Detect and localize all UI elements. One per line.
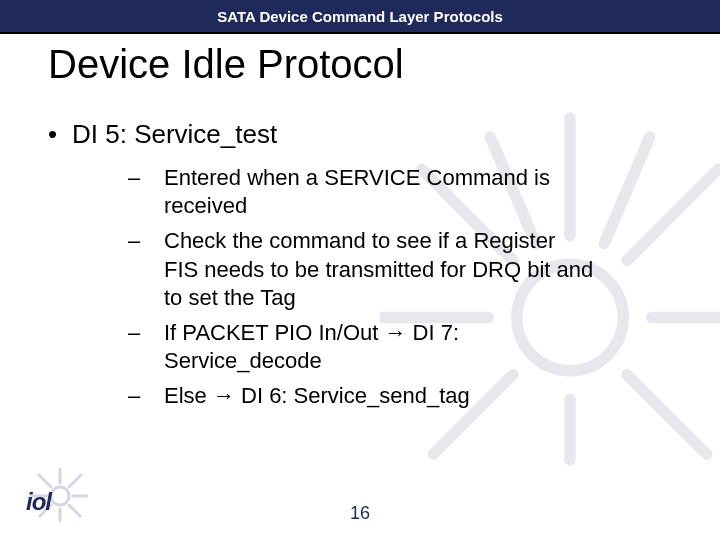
list-item-text: DI 5: Service_test xyxy=(72,120,277,150)
dash-icon: – xyxy=(128,227,164,313)
slide: SATA Device Command Layer Protocols Devi… xyxy=(0,0,720,540)
sublist-item-text: If PACKET PIO In/Out → DI 7: Service_dec… xyxy=(164,319,594,376)
svg-line-16 xyxy=(39,475,51,487)
content-area: • DI 5: Service_test – Entered when a SE… xyxy=(48,120,660,417)
logo: iol xyxy=(24,466,88,522)
sublist-item-text: Check the command to see if a Register F… xyxy=(164,227,594,313)
dash-icon: – xyxy=(128,382,164,411)
dash-icon: – xyxy=(128,164,164,221)
sublist-item: – Entered when a SERVICE Command is rece… xyxy=(128,164,660,221)
list-item: • DI 5: Service_test xyxy=(48,120,660,150)
sublist-item: – Else → DI 6: Service_send_tag xyxy=(128,382,660,411)
sublist-item-text: Entered when a SERVICE Command is receiv… xyxy=(164,164,594,221)
sublist-item: – If PACKET PIO In/Out → DI 7: Service_d… xyxy=(128,319,660,376)
sublist-item-text: Else → DI 6: Service_send_tag xyxy=(164,382,470,411)
svg-point-11 xyxy=(51,487,69,505)
svg-line-17 xyxy=(69,475,81,487)
bullet-icon: • xyxy=(48,120,72,150)
page-number: 16 xyxy=(0,503,720,524)
sublist: – Entered when a SERVICE Command is rece… xyxy=(128,164,660,411)
dash-icon: – xyxy=(128,319,164,376)
logo-text: iol xyxy=(26,488,51,516)
svg-line-19 xyxy=(69,505,80,516)
header-title: SATA Device Command Layer Protocols xyxy=(217,8,503,25)
slide-title: Device Idle Protocol xyxy=(48,42,404,87)
sublist-item: – Check the command to see if a Register… xyxy=(128,227,660,313)
header-bar: SATA Device Command Layer Protocols xyxy=(0,0,720,34)
